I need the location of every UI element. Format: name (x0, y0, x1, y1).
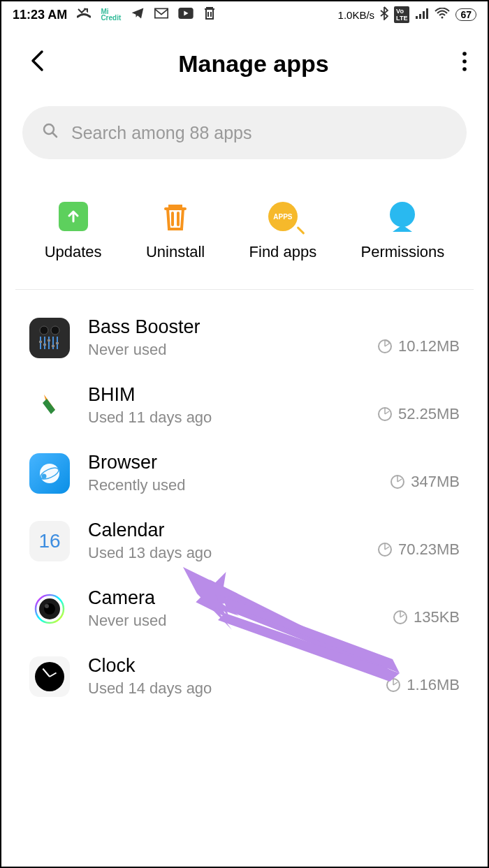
more-menu-button[interactable] (462, 52, 467, 76)
storage-icon (377, 406, 393, 422)
svg-point-10 (462, 67, 467, 71)
app-row-browser[interactable]: Browser Recently used 347MB (1, 439, 488, 507)
app-size: 52.25MB (377, 405, 460, 423)
mi-credit-icon: MiCredit (101, 8, 121, 21)
svg-rect-18 (52, 337, 54, 349)
storage-icon (377, 542, 393, 557)
app-row-calendar[interactable]: 16 Calendar Used 13 days ago 70.23MB (1, 507, 488, 575)
battery-indicator: 67 (455, 8, 476, 21)
app-name: Clock (88, 655, 367, 677)
svg-rect-22 (48, 339, 50, 341)
app-usage: Recently used (88, 476, 372, 494)
svg-point-29 (42, 473, 47, 478)
svg-point-13 (40, 326, 48, 334)
app-row-camera[interactable]: Camera Never used 135KB (1, 575, 488, 642)
action-uninstall-label: Uninstall (146, 243, 205, 261)
updates-icon (59, 202, 88, 231)
svg-rect-21 (43, 344, 46, 346)
svg-rect-0 (155, 8, 168, 17)
svg-point-9 (462, 59, 467, 64)
svg-rect-17 (48, 337, 50, 349)
storage-icon (390, 474, 405, 490)
app-row-bass-booster[interactable]: Bass Booster Never used 10.12MB (1, 304, 488, 372)
search-input[interactable] (71, 123, 447, 143)
header: Manage apps (1, 28, 488, 99)
app-size: 70.23MB (377, 540, 460, 559)
app-icon-bhim (29, 385, 70, 426)
storage-icon (393, 610, 408, 625)
action-updates[interactable]: Updates (45, 201, 102, 261)
action-permissions-label: Permissions (360, 243, 444, 261)
signal-icon (415, 8, 429, 22)
storage-icon (377, 339, 393, 354)
app-icon-calendar: 16 (29, 521, 70, 561)
storage-icon (386, 677, 401, 693)
youtube-icon (178, 8, 194, 22)
app-size: 135KB (393, 608, 460, 626)
app-name: Camera (88, 587, 374, 609)
svg-rect-2 (416, 16, 418, 19)
app-icon-clock (29, 656, 70, 697)
find-apps-icon: APPS (268, 202, 298, 231)
app-row-bhim[interactable]: BHIM Used 11 days ago 52.25MB (1, 372, 488, 439)
search-box[interactable] (22, 106, 467, 159)
svg-rect-5 (426, 8, 428, 19)
svg-rect-20 (39, 341, 42, 343)
app-size: 1.16MB (386, 676, 460, 694)
trash-status-icon (203, 6, 216, 24)
telegram-icon (131, 6, 145, 24)
app-icon-browser (29, 453, 70, 494)
app-name: BHIM (88, 384, 359, 406)
svg-point-14 (51, 326, 59, 334)
svg-point-8 (462, 52, 467, 56)
svg-point-6 (441, 16, 444, 18)
bluetooth-icon (380, 6, 388, 24)
wifi-icon: π (435, 8, 450, 22)
action-find-apps[interactable]: APPS Find apps (249, 201, 317, 261)
status-time: 11:23 AM (13, 8, 67, 22)
app-name: Calendar (88, 520, 359, 541)
search-icon (42, 122, 59, 143)
svg-point-35 (45, 604, 49, 608)
app-name: Browser (88, 452, 372, 473)
app-usage: Used 11 days ago (88, 409, 359, 427)
volte-icon: VoLTE (394, 6, 409, 23)
gmail-icon (154, 8, 168, 22)
trash-icon (160, 201, 191, 232)
permissions-icon (390, 202, 415, 232)
status-bar: 11:23 AM MiCredit 1.0KB/s VoLTE π 67 (1, 1, 488, 28)
app-list: Bass Booster Never used 10.12MB BHIM Use… (1, 290, 488, 710)
app-usage: Never used (88, 341, 359, 359)
svg-rect-16 (44, 337, 45, 349)
app-icon-bass-booster (29, 318, 70, 358)
app-icon-camera (29, 589, 70, 629)
svg-rect-24 (56, 342, 59, 344)
missed-call-icon (77, 8, 91, 22)
svg-line-12 (52, 133, 57, 137)
app-usage: Never used (88, 612, 374, 630)
action-find-apps-label: Find apps (249, 243, 317, 261)
status-data-rate: 1.0KB/s (338, 9, 375, 21)
page-title: Manage apps (178, 50, 328, 78)
svg-rect-4 (423, 11, 425, 19)
actions-row: Updates Uninstall APPS Find apps Permiss… (15, 180, 474, 290)
action-updates-label: Updates (45, 243, 102, 261)
svg-rect-3 (419, 14, 421, 19)
app-usage: Used 14 days ago (88, 679, 367, 698)
back-button[interactable] (29, 49, 45, 78)
app-size: 10.12MB (377, 337, 460, 355)
app-name: Bass Booster (88, 316, 359, 338)
app-usage: Used 13 days ago (88, 544, 359, 562)
action-uninstall[interactable]: Uninstall (146, 201, 205, 261)
app-size: 347MB (390, 473, 460, 491)
app-row-clock[interactable]: Clock Used 14 days ago 1.16MB (1, 642, 488, 710)
svg-rect-23 (52, 345, 54, 347)
action-permissions[interactable]: Permissions (360, 201, 444, 261)
